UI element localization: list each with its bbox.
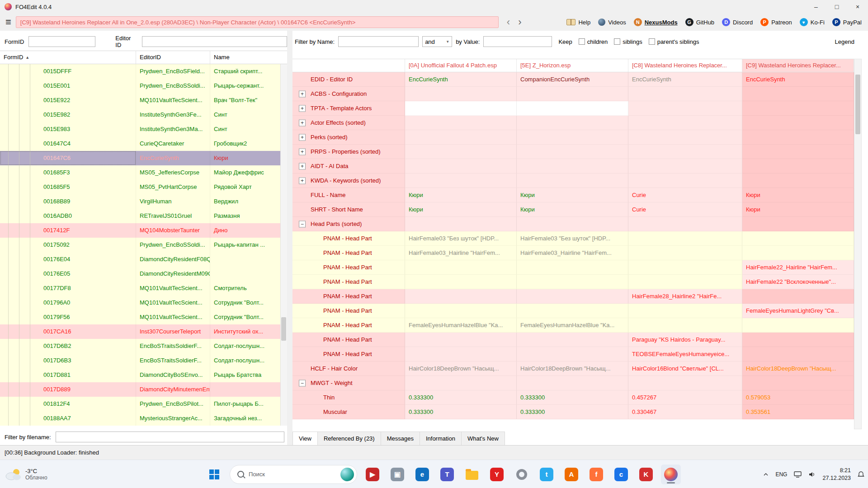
expander-icon[interactable]: − — [299, 380, 306, 386]
record-cell[interactable] — [405, 217, 517, 231]
record-row[interactable]: +PRPS - Properties (sorted) — [292, 145, 854, 159]
record-row[interactable]: PNAM - Head PartFemaleEyesHumanHazelBlue… — [292, 318, 854, 333]
record-cell[interactable] — [517, 260, 628, 275]
left-table-row[interactable]: 0015DFFFPrydwen_EncBoSField...Старший ск… — [0, 64, 287, 79]
filename-filter-input[interactable] — [56, 432, 284, 442]
record-cell[interactable]: HairColor18DeepBrown "Насыщ... — [405, 361, 517, 376]
record-cell[interactable] — [405, 275, 517, 289]
menu-icon[interactable]: ≡ — [5, 17, 11, 27]
network-icon[interactable] — [794, 471, 802, 478]
record-cell[interactable]: HairFemale03 "Без шуток" [HDP... — [405, 231, 517, 246]
expander-icon[interactable]: + — [299, 177, 306, 184]
record-cell[interactable] — [742, 246, 854, 260]
record-cell[interactable]: HairColor16Blond "Светлые" [CL... — [628, 361, 742, 376]
record-cell[interactable]: FemaleEyesHumanLightGrey "Св... — [742, 304, 854, 318]
record-cell[interactable] — [517, 275, 628, 289]
breadcrumb[interactable]: [C9] Wasteland Heroines Replacer All in … — [16, 16, 499, 28]
record-row[interactable]: +KWDA - Keywords (sorted) — [292, 174, 854, 188]
editorid-filter-input[interactable] — [142, 36, 287, 47]
toolbar-link-help[interactable]: Help — [566, 19, 590, 26]
record-row[interactable]: +TPTA - Template Actors — [292, 101, 854, 116]
clock[interactable]: 8:21 27.12.2023 — [822, 467, 851, 482]
right-table-scrollbar[interactable] — [854, 59, 862, 429]
column-header-editorid[interactable]: EditorID — [136, 51, 210, 64]
tray-chevron-icon[interactable] — [763, 473, 769, 476]
left-table-row[interactable]: 0017D881DiamondCityBoSEnvo...Рыцарь Брат… — [0, 368, 287, 382]
fo4edit-app[interactable] — [661, 465, 681, 484]
record-row[interactable]: Thin0.3333000.3333000.4572670.579053 — [292, 390, 854, 405]
expander-icon[interactable]: − — [299, 221, 306, 227]
plugin-column-header[interactable]: [C8] Wasteland Heroines Replacer... — [628, 59, 742, 72]
keep-parents-siblings-option[interactable]: parent's siblings — [649, 38, 699, 45]
record-cell[interactable] — [517, 116, 628, 130]
record-cell[interactable] — [517, 145, 628, 159]
record-cell[interactable] — [405, 101, 517, 116]
record-cell[interactable]: Кюри — [405, 188, 517, 202]
window-app[interactable]: ▣ — [387, 465, 407, 484]
record-cell[interactable] — [517, 159, 628, 174]
record-cell[interactable] — [628, 217, 742, 231]
record-cell[interactable] — [405, 333, 517, 347]
toolbar-link-discord[interactable]: D Discord — [722, 18, 753, 26]
left-table-row[interactable]: 0017412FMQ104MobsterTaunterДино — [0, 223, 287, 238]
record-cell[interactable] — [742, 347, 854, 361]
tab-referenced-by[interactable]: Referenced By (23) — [317, 432, 381, 445]
start-button[interactable] — [204, 465, 224, 484]
toolbar-link-videos[interactable]: Videos — [598, 19, 626, 26]
record-cell[interactable] — [405, 159, 517, 174]
chrome-browser[interactable]: c — [611, 465, 631, 484]
record-cell[interactable] — [742, 130, 854, 145]
record-cell[interactable]: 0.333300 — [517, 405, 628, 419]
siblings-checkbox[interactable] — [614, 38, 620, 45]
record-cell[interactable] — [405, 347, 517, 361]
record-cell[interactable]: Кюри — [742, 188, 854, 202]
notification-bell-icon[interactable] — [858, 471, 864, 478]
record-cell[interactable] — [742, 87, 854, 101]
record-cell[interactable] — [405, 174, 517, 188]
weather-widget[interactable]: -3°C Облачно — [5, 460, 47, 488]
left-table-row[interactable]: 001647C6EncCurieSynthКюри — [0, 151, 287, 165]
record-cell[interactable] — [742, 174, 854, 188]
record-cell[interactable] — [405, 260, 517, 275]
column-header-name[interactable]: Name — [210, 51, 287, 64]
left-table-scrollbar[interactable] — [280, 64, 287, 426]
record-cell[interactable] — [517, 217, 628, 231]
record-cell[interactable]: TEOBSEFemaleEyesHumaneyeice... — [628, 347, 742, 361]
tab-whats-new[interactable]: What's New — [461, 432, 505, 445]
toolbar-link-patreon[interactable]: P Patreon — [760, 18, 792, 26]
left-table-row[interactable]: 00175092Prydwen_EncBoSSoldi...Рыцарь-кап… — [0, 238, 287, 252]
record-cell[interactable] — [742, 145, 854, 159]
left-table-row[interactable]: 0015E982InstituteSynthGen3Fe...Синт — [0, 108, 287, 122]
record-cell[interactable]: HairColor18DeepBrown "Насыщ... — [742, 361, 854, 376]
record-cell[interactable]: CompanionEncCurieSynth — [517, 72, 628, 87]
record-cell[interactable] — [517, 87, 628, 101]
language-indicator[interactable]: ENG — [775, 471, 787, 478]
record-cell[interactable] — [405, 130, 517, 145]
record-cell[interactable]: Кюри — [742, 202, 854, 217]
record-cell[interactable]: HairFemale22_Hairline "HairFem... — [742, 260, 854, 275]
record-cell[interactable] — [742, 217, 854, 231]
record-cell[interactable]: EncCurieSynth — [742, 72, 854, 87]
keep-children-option[interactable]: children — [579, 38, 608, 45]
record-row[interactable]: +Actor Effects (sorted) — [292, 116, 854, 130]
record-cell[interactable] — [628, 130, 742, 145]
children-checkbox[interactable] — [579, 38, 585, 45]
file-explorer[interactable] — [462, 465, 482, 484]
record-cell[interactable] — [628, 304, 742, 318]
tab-messages[interactable]: Messages — [381, 432, 420, 445]
record-cell[interactable]: 0.579053 — [742, 390, 854, 405]
left-table-row[interactable]: 001647C4CurieQCaretakerГробовщик2 — [0, 136, 287, 151]
record-cell[interactable]: 0.353561 — [742, 405, 854, 419]
left-table-row[interactable]: 00176E05DiamondCityResidentM09Quest10 — [0, 267, 287, 281]
left-table-row[interactable]: 0017D6B3EncBoSTraitsSoldierF...Солдат-по… — [0, 353, 287, 368]
expander-icon[interactable]: + — [299, 148, 306, 155]
record-cell[interactable] — [628, 376, 742, 390]
record-cell[interactable]: 0.333300 — [405, 405, 517, 419]
record-cell[interactable] — [742, 101, 854, 116]
record-cell[interactable] — [517, 174, 628, 188]
media-app[interactable]: ▶ — [363, 465, 382, 484]
plugin-column-header[interactable]: [C9] Wasteland Heroines Replacer... — [742, 59, 854, 72]
record-cell[interactable]: Paraguay "KS Hairdos - Paraguay... — [628, 333, 742, 347]
krita-app[interactable]: K — [636, 465, 656, 484]
left-table-row[interactable]: 001812F4Prydwen_EncBoSPilot...Пилот-рыца… — [0, 397, 287, 411]
